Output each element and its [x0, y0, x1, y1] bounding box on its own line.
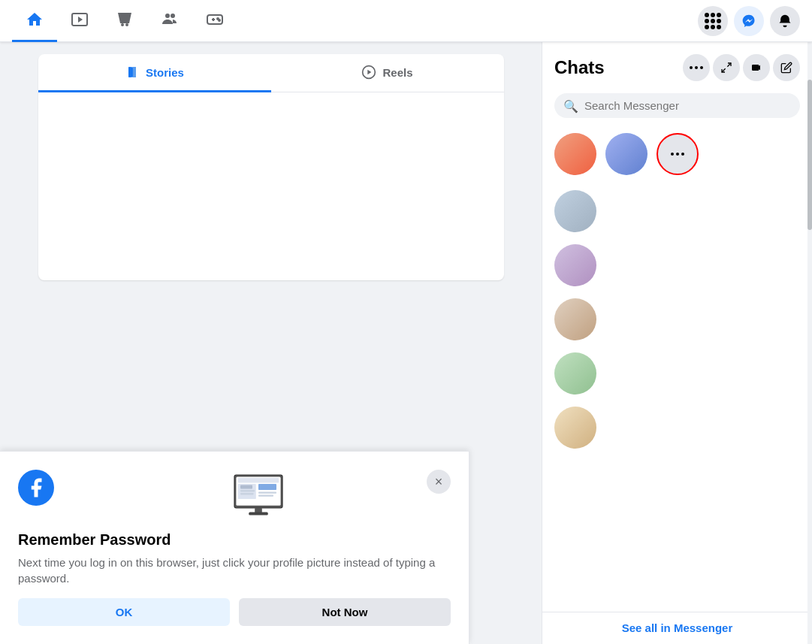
more-dots-icon: [690, 66, 703, 69]
popup-close-button[interactable]: ×: [427, 470, 451, 494]
popup-monitor-container: [66, 470, 451, 522]
tab-stories[interactable]: Stories: [38, 54, 271, 92]
svg-marker-1: [78, 17, 83, 23]
popup-ok-button[interactable]: OK: [18, 598, 230, 626]
navbar-right: [698, 6, 800, 36]
popup-not-now-button[interactable]: Not Now: [239, 598, 451, 626]
nav-gaming[interactable]: [192, 0, 237, 42]
chats-new-video-button[interactable]: [743, 54, 770, 81]
svg-rect-21: [240, 493, 254, 494]
chat-name-3: [605, 307, 800, 320]
search-icon: 🔍: [563, 98, 578, 113]
svg-point-3: [171, 14, 175, 18]
svg-rect-10: [133, 67, 136, 77]
navbar-left: [12, 0, 237, 42]
svg-rect-17: [238, 478, 279, 482]
svg-rect-26: [249, 512, 268, 516]
bell-icon: [777, 14, 792, 29]
svg-line-13: [727, 63, 731, 67]
chat-preview-2: [605, 266, 800, 277]
chats-header: Chats: [542, 42, 812, 87]
svg-rect-25: [255, 508, 262, 512]
chat-name-1: [605, 199, 800, 212]
grid-dots-icon: [705, 13, 721, 29]
expand-icon: [720, 62, 732, 74]
chats-header-actions: [683, 54, 800, 81]
tab-reels[interactable]: Reels: [271, 54, 504, 92]
chats-scrollbar-thumb: [807, 80, 812, 230]
popup-text-section: Remember Password Next time you log in o…: [18, 531, 451, 586]
monitor-illustration: [228, 470, 288, 522]
video-camera-icon: [750, 62, 762, 74]
svg-rect-20: [240, 490, 255, 491]
chat-item-2[interactable]: [548, 238, 806, 292]
popup-description: Next time you log in on this browser, ju…: [18, 555, 451, 586]
svg-rect-23: [258, 491, 276, 493]
chat-avatar-2: [554, 244, 596, 286]
popup-facebook-logo: [18, 470, 54, 506]
svg-rect-24: [258, 494, 273, 496]
gaming-icon: [206, 11, 224, 29]
chat-item-5[interactable]: [548, 401, 806, 455]
chat-info-1: [605, 199, 800, 223]
apps-button[interactable]: [698, 6, 728, 36]
chat-avatar-4: [554, 352, 596, 395]
stories-content: [38, 92, 504, 280]
remember-password-popup: × Remember Password Next time you log in…: [0, 451, 469, 644]
chats-title: Chats: [554, 57, 605, 78]
chats-compose-button[interactable]: [773, 54, 800, 81]
chat-info-4: [605, 361, 800, 385]
chat-name-5: [605, 416, 800, 428]
chat-preview-4: [605, 374, 800, 385]
chat-info-2: [605, 253, 800, 277]
chat-avatar-3: [554, 298, 596, 340]
popup-buttons: OK Not Now: [18, 598, 451, 626]
svg-point-8: [219, 20, 220, 21]
svg-rect-9: [128, 67, 131, 77]
chats-panel: Chats: [542, 42, 812, 644]
chat-info-5: [605, 416, 800, 440]
svg-point-2: [165, 14, 170, 18]
marketplace-icon: [116, 11, 134, 29]
stories-tabs: Stories Reels: [38, 54, 504, 92]
story-avatar-more-button[interactable]: [657, 133, 699, 175]
story-avatar-2[interactable]: [605, 133, 647, 175]
chat-avatar-5: [554, 407, 596, 449]
popup-title: Remember Password: [18, 531, 451, 549]
notifications-button[interactable]: [770, 6, 800, 36]
story-avatars-row: [542, 124, 812, 184]
story-avatar-1[interactable]: [554, 133, 596, 175]
watch-icon: [71, 11, 89, 29]
search-input[interactable]: [554, 93, 800, 118]
chat-avatar-1: [554, 190, 596, 232]
chat-info-3: [605, 307, 800, 331]
facebook-f-icon: [25, 476, 47, 499]
chats-scrollbar[interactable]: [807, 42, 812, 644]
stories-icon: [125, 65, 140, 80]
reels-icon: [361, 65, 376, 80]
svg-rect-19: [240, 485, 252, 489]
chat-name-4: [605, 361, 800, 374]
nav-groups[interactable]: [147, 0, 192, 42]
chat-item-4[interactable]: [548, 346, 806, 401]
chat-preview-3: [605, 320, 800, 331]
messenger-button[interactable]: [734, 6, 764, 36]
nav-home[interactable]: [12, 0, 57, 42]
reels-tab-label: Reels: [382, 66, 412, 79]
chat-item-1[interactable]: [548, 184, 806, 238]
messenger-icon: [741, 14, 756, 29]
chats-more-options-button[interactable]: [683, 54, 710, 81]
svg-line-14: [722, 68, 726, 72]
home-icon: [26, 11, 44, 29]
chats-expand-button[interactable]: [713, 54, 740, 81]
nav-marketplace[interactable]: [102, 0, 147, 42]
compose-icon: [780, 62, 792, 74]
nav-watch[interactable]: [57, 0, 102, 42]
chat-preview-5: [605, 428, 800, 440]
see-all-messenger-link[interactable]: See all in Messenger: [622, 621, 733, 634]
chat-item-3[interactable]: [548, 292, 806, 346]
svg-rect-22: [258, 484, 276, 490]
stories-card: Stories Reels: [38, 54, 504, 280]
see-all-messenger: See all in Messenger: [542, 612, 812, 644]
more-options-icon: [671, 153, 684, 156]
